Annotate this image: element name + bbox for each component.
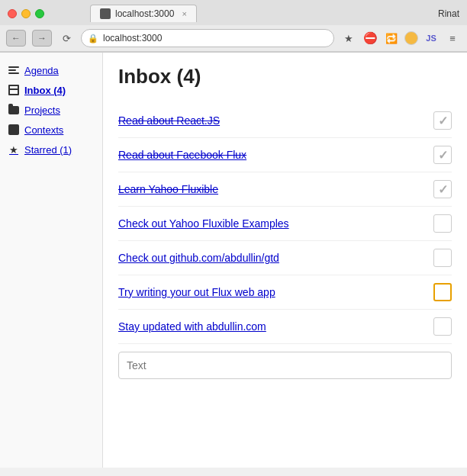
- back-button[interactable]: ←: [6, 30, 26, 47]
- task-item: Learn Yahoo Fluxible: [118, 172, 452, 207]
- task-link[interactable]: Stay updated with abdullin.com: [118, 320, 266, 333]
- text-input-container[interactable]: [118, 352, 452, 379]
- extension-icon-2[interactable]: [404, 31, 418, 45]
- sidebar-item-agenda[interactable]: Agenda: [0, 60, 102, 80]
- task-link[interactable]: Learn Yahoo Fluxible: [118, 183, 218, 195]
- task-link[interactable]: Read about Facebook Flux: [118, 149, 246, 161]
- adblock-icon[interactable]: ⛔: [362, 30, 378, 47]
- sidebar-label-contexts: Contexts: [24, 124, 63, 136]
- main-content: Inbox (4) Read about React.JS Read about…: [103, 53, 467, 468]
- task-link[interactable]: Read about React.JS: [118, 114, 220, 127]
- sidebar-item-projects[interactable]: Projects: [0, 100, 102, 120]
- window-controls: [8, 9, 44, 18]
- star-icon: ★: [8, 143, 20, 156]
- close-window-button[interactable]: [8, 9, 17, 18]
- address-text: localhost:3000: [103, 33, 162, 43]
- task-link[interactable]: Check out github.com/abdullin/gtd: [118, 252, 279, 264]
- sidebar-label-agenda: Agenda: [24, 65, 59, 76]
- folder-icon: [8, 104, 20, 116]
- task-link[interactable]: Check out Yahoo Fluxible Examples: [118, 217, 289, 230]
- task-item: Stay updated with abdullin.com: [118, 310, 452, 344]
- toolbar: ← → ⟳ 🔒 localhost:3000 ★ ⛔ 🔁 JS ≡: [0, 25, 467, 52]
- task-checkbox-highlighted[interactable]: [433, 283, 452, 301]
- agenda-icon: [8, 64, 20, 76]
- task-checkbox[interactable]: [433, 214, 452, 233]
- sidebar-label-starred: Starred (1): [24, 144, 72, 156]
- task-checkbox[interactable]: [433, 111, 452, 130]
- toolbar-icons: ★ ⛔ 🔁 JS ≡: [340, 30, 461, 47]
- task-checkbox[interactable]: [433, 317, 452, 336]
- inbox-icon: [8, 84, 20, 96]
- reload-button[interactable]: ⟳: [58, 30, 75, 47]
- sidebar-item-contexts[interactable]: Contexts: [0, 120, 102, 140]
- browser-tab[interactable]: localhost:3000 ×: [90, 5, 197, 22]
- text-input[interactable]: [127, 359, 443, 371]
- sidebar-label-inbox: Inbox (4): [24, 85, 66, 96]
- task-item: Read about React.JS: [118, 104, 452, 138]
- tab-favicon: [100, 8, 111, 19]
- minimize-window-button[interactable]: [21, 9, 31, 18]
- sidebar-item-starred[interactable]: ★ Starred (1): [0, 140, 102, 159]
- extension-icon-3[interactable]: JS: [423, 30, 440, 47]
- sidebar-label-projects: Projects: [24, 105, 60, 116]
- title-bar: localhost:3000 × Rinat: [0, 0, 467, 25]
- app-container: Agenda Inbox (4) Projects Contexts ★ Sta…: [0, 53, 467, 468]
- task-item: Read about Facebook Flux: [118, 138, 452, 172]
- task-checkbox[interactable]: [433, 249, 452, 267]
- sidebar: Agenda Inbox (4) Projects Contexts ★ Sta…: [0, 53, 103, 468]
- bookmark-icon[interactable]: ★: [340, 30, 357, 47]
- forward-button[interactable]: →: [32, 30, 52, 47]
- address-bar[interactable]: 🔒 localhost:3000: [81, 29, 334, 47]
- sidebar-item-inbox[interactable]: Inbox (4): [0, 80, 102, 100]
- maximize-window-button[interactable]: [35, 9, 44, 18]
- tab-close-button[interactable]: ×: [182, 9, 187, 18]
- browser-chrome: localhost:3000 × Rinat ← → ⟳ 🔒 localhost…: [0, 0, 467, 53]
- menu-icon[interactable]: ≡: [444, 30, 461, 47]
- task-checkbox[interactable]: [433, 180, 452, 198]
- tab-title: localhost:3000: [115, 8, 174, 19]
- task-list: Read about React.JS Read about Facebook …: [118, 104, 452, 344]
- task-item: Try writing your out Flux web app: [118, 275, 452, 310]
- context-icon: [8, 124, 20, 136]
- task-item: Check out github.com/abdullin/gtd: [118, 241, 452, 275]
- task-item: Check out Yahoo Fluxible Examples: [118, 207, 452, 241]
- task-checkbox[interactable]: [433, 146, 452, 164]
- task-link[interactable]: Try writing your out Flux web app: [118, 286, 275, 298]
- page-title: Inbox (4): [118, 65, 452, 88]
- tab-bar: localhost:3000 ×: [44, 5, 243, 22]
- user-name: Rinat: [438, 8, 459, 19]
- lock-icon: 🔒: [88, 34, 98, 43]
- extension-icon-1[interactable]: 🔁: [383, 30, 400, 47]
